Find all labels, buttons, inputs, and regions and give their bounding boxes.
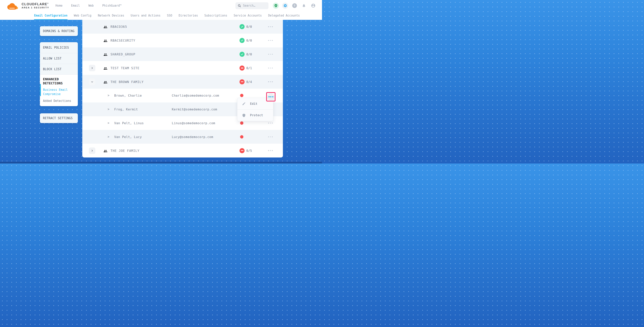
status-unprotected-dot (240, 135, 244, 138)
tab-service-accounts[interactable]: Service Accounts (234, 11, 262, 20)
expand-group-button[interactable] (89, 65, 95, 71)
section-tabs: Email Configuration Web Config Network D… (0, 11, 322, 20)
sidebar-card-domains: DOMAINS & ROUTING (40, 26, 78, 36)
group-name: RBACSECURITY (110, 39, 136, 42)
ellipsis-icon (267, 93, 274, 100)
group-icon (104, 149, 108, 152)
protected-count: 0/4 (246, 80, 252, 84)
sidebar-card-retract: RETRACT SETTINGS (40, 113, 78, 123)
status-unprotected-badge (240, 79, 244, 84)
sidebar-item-enhanced-detections[interactable]: ENHANCED DETECTIONS (43, 77, 75, 85)
tab-delegated-accounts[interactable]: Delegated Accounts (268, 11, 300, 20)
member-caret: > (108, 121, 109, 125)
group-name: RBACO365 (110, 25, 127, 28)
tab-directories[interactable]: Directories (178, 11, 198, 20)
tab-sso[interactable]: SSO (167, 11, 172, 20)
tab-network-devices[interactable]: Network Devices (98, 11, 124, 20)
member-name: Brown, Charlie (114, 94, 142, 97)
row-actions-button-highlighted[interactable] (266, 92, 276, 101)
status-unprotected-dot (240, 121, 244, 125)
search-box[interactable] (236, 2, 268, 9)
group-row: RBACO365 0/0 (82, 20, 283, 34)
row-actions-button[interactable] (267, 149, 274, 153)
pencil-icon (242, 102, 246, 106)
cloudflare-cloud-icon (7, 1, 20, 10)
row-actions-button[interactable] (267, 135, 274, 139)
group-name: THE BROWN FAMILY (110, 80, 144, 84)
sidebar-item-email-policies[interactable]: EMAIL POLICIES (40, 42, 78, 53)
nav-email[interactable]: Email (71, 4, 80, 7)
collapse-group-button[interactable] (89, 78, 95, 85)
shield-check-icon[interactable] (273, 3, 279, 9)
member-name: Frog, Kermit (114, 107, 138, 111)
status-unprotected-badge (240, 148, 244, 153)
sidebar-item-retract-settings[interactable]: RETRACT SETTINGS (40, 113, 78, 123)
protected-count: 0/0 (246, 25, 252, 28)
row-actions-button[interactable] (267, 121, 274, 125)
menu-item-label: Edit (250, 102, 258, 106)
tab-web-config[interactable]: Web Config (74, 11, 92, 20)
row-actions-button[interactable] (267, 66, 274, 70)
member-email: Charlie@somedemocorp.com (172, 94, 219, 97)
sidebar-item-block-list[interactable]: BLOCK LIST (40, 64, 78, 75)
nav-web[interactable]: Web (88, 4, 94, 7)
row-actions-button[interactable] (267, 80, 274, 84)
row-actions-button[interactable] (267, 25, 274, 28)
tab-users-and-actions[interactable]: Users and Actions (130, 11, 160, 20)
group-icon (104, 80, 108, 83)
tab-email-configuration[interactable]: Email Configuration (34, 11, 68, 20)
shield-icon (242, 113, 246, 117)
row-actions-button[interactable] (267, 52, 274, 56)
account-icon[interactable] (310, 3, 316, 9)
sidebar-item-domains-routing[interactable]: DOMAINS & ROUTING (40, 26, 78, 36)
protected-count: 0/0 (246, 52, 252, 56)
member-email: Linus@somedemocorp.com (172, 121, 215, 125)
group-row: THE BROWN FAMILY 0/4 (82, 75, 283, 89)
expand-group-button[interactable] (89, 147, 95, 154)
search-input[interactable] (243, 4, 264, 7)
member-email: Lucy@somedemocorp.com (172, 135, 213, 139)
member-name: Van Pelt, Lucy (114, 135, 142, 139)
sidebar-item-allow-list[interactable]: ALLOW LIST (40, 53, 78, 64)
cloudflare-logo: CLOUDFLARE® AREA 1 SECURITY (7, 1, 49, 10)
header-icons: ? (273, 3, 316, 9)
search-icon (238, 4, 241, 7)
bell-icon[interactable] (301, 3, 307, 9)
status-protected-badge (240, 24, 244, 29)
group-icon (104, 25, 108, 28)
logo-text: CLOUDFLARE® AREA 1 SECURITY (22, 2, 49, 9)
menu-item-protect[interactable]: Protect (237, 109, 273, 121)
group-name: SHARED_GROUP (110, 52, 136, 56)
group-row: TEST TEAM SITE 0/1 (82, 61, 283, 75)
group-row: SHARED_GROUP 0/0 (82, 47, 283, 61)
protected-count: 0/0 (246, 39, 252, 42)
protected-count: 0/1 (246, 66, 252, 70)
status-protected-badge (240, 38, 244, 43)
member-caret: > (108, 135, 109, 139)
group-name: THE JOE FAMILY (110, 149, 140, 152)
member-name: Van Pelt, Linus (114, 121, 144, 125)
group-name: TEST TEAM SITE (110, 66, 140, 70)
menu-item-label: Protect (250, 113, 263, 117)
member-email: Kermit@somedemocorp.com (172, 107, 217, 111)
nav-home[interactable]: Home (56, 4, 62, 7)
sidebar-item-business-email-compromise[interactable]: Business Email Compromise (43, 88, 75, 96)
groups-table-panel: RBACO365 0/0 RBACSECURITY 0/0 SHARED_GRO… (82, 20, 283, 157)
nav-phishguard[interactable]: PhishGuard™ (102, 4, 122, 7)
sidebar-card-policies: EMAIL POLICIES ALLOW LIST BLOCK LIST ENH… (40, 42, 78, 106)
group-icon (104, 39, 108, 42)
member-row: > Van Pelt, Lucy Lucy@somedemocorp.com (82, 130, 283, 144)
gear-icon[interactable] (282, 3, 288, 9)
brand-name: CLOUDFLARE® (22, 2, 49, 6)
help-icon[interactable]: ? (292, 3, 298, 9)
protected-count: 0/5 (246, 149, 252, 152)
top-nav: Home Email Web PhishGuard™ (56, 4, 122, 7)
group-row: RBACSECURITY 0/0 (82, 34, 283, 47)
row-actions-button[interactable] (267, 38, 274, 42)
tab-subscriptions[interactable]: Subscriptions (204, 11, 227, 20)
sidebar-item-added-detections[interactable]: Added Detections (43, 99, 75, 103)
sub-brand-name: AREA 1 SECURITY (22, 6, 49, 9)
member-caret: > (108, 94, 109, 97)
group-row: THE JOE FAMILY 0/5 (82, 144, 283, 157)
app-header: CLOUDFLARE® AREA 1 SECURITY Home Email W… (0, 0, 322, 11)
